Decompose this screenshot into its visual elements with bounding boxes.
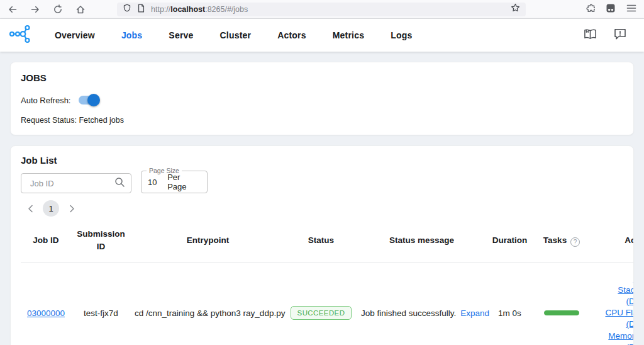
browser-toolbar: http://localhost:8265/#/jobs xyxy=(0,0,644,19)
reload-icon[interactable] xyxy=(53,4,63,14)
next-page-chevron-icon[interactable] xyxy=(64,200,80,217)
page-content: JOBS Auto Refresh: Request Status: Fetch… xyxy=(0,52,644,345)
ray-logo xyxy=(9,24,31,47)
prev-page-chevron-icon[interactable] xyxy=(22,200,38,217)
nav-tabs: Overview Jobs Serve Cluster Actors Metri… xyxy=(42,30,425,40)
header-actions: Actions xyxy=(590,219,634,263)
extensions-puzzle-icon[interactable] xyxy=(585,3,595,16)
tasks-progress-bar xyxy=(544,310,579,315)
nav-tab-serve[interactable]: Serve xyxy=(155,30,206,40)
nav-tab-cluster[interactable]: Cluster xyxy=(207,30,265,40)
auto-refresh-toggle[interactable] xyxy=(77,94,100,106)
job-table: Job ID Submission ID Entrypoint Status S… xyxy=(21,219,634,345)
shield-icon[interactable] xyxy=(123,4,131,15)
header-tasks: Tasks? xyxy=(533,219,590,263)
menu-hamburger-icon[interactable] xyxy=(626,4,636,15)
job-id-search-input[interactable] xyxy=(29,178,114,189)
status-message-text: Job finished successfully. xyxy=(361,308,456,318)
expand-link[interactable]: Expand xyxy=(460,308,489,318)
docs-book-icon[interactable] xyxy=(584,28,597,43)
entrypoint-cell: cd /cnn_training && python3 ray_ddp.py xyxy=(131,263,285,345)
actions-cell: Log Stack Trace (Driver) CPU Flame Graph… xyxy=(590,263,634,345)
header-status-message: Status message xyxy=(357,219,486,263)
feedback-icon[interactable] xyxy=(614,28,626,43)
page-icon[interactable] xyxy=(137,4,145,15)
bookmark-star-icon[interactable] xyxy=(511,3,520,15)
nav-tab-metrics[interactable]: Metrics xyxy=(319,30,377,40)
table-row: 03000000 test-fjx7d cd /cnn_training && … xyxy=(21,263,634,345)
header-duration: Duration xyxy=(486,219,533,263)
nav-tab-logs[interactable]: Logs xyxy=(377,30,425,40)
page-size-field[interactable]: Page Size 10 Per Page xyxy=(141,171,208,193)
url-text: http://localhost:8265/#/jobs xyxy=(151,5,248,14)
page-size-adornment: Per Page xyxy=(167,172,201,191)
submission-id-cell: test-fjx7d xyxy=(71,263,131,345)
auto-refresh-label: Auto Refresh: xyxy=(21,96,71,105)
nav-tab-jobs[interactable]: Jobs xyxy=(108,30,155,40)
header-status: Status xyxy=(285,219,357,263)
nav-tab-actors[interactable]: Actors xyxy=(264,30,319,40)
url-bar[interactable]: http://localhost:8265/#/jobs xyxy=(117,3,526,16)
table-header-row: Job ID Submission ID Entrypoint Status S… xyxy=(21,219,634,263)
request-status-text: Request Status: Fetched jobs xyxy=(21,116,623,125)
dashboard-nav: Overview Jobs Serve Cluster Actors Metri… xyxy=(0,19,644,52)
tasks-help-icon[interactable]: ? xyxy=(570,237,580,247)
job-list-panel: Job List Page Size 10 Per Page 1 xyxy=(10,145,634,345)
job-id-search-box[interactable] xyxy=(21,173,131,193)
jobs-panel: JOBS Auto Refresh: Request Status: Fetch… xyxy=(10,62,634,135)
back-icon[interactable] xyxy=(8,4,18,14)
pagination: 1 xyxy=(22,200,623,217)
job-list-title: Job List xyxy=(21,155,623,166)
page-size-value[interactable]: 10 xyxy=(148,178,167,187)
header-job-id: Job ID xyxy=(21,219,71,263)
header-submission-id: Submission ID xyxy=(71,219,131,263)
log-link[interactable]: Log xyxy=(605,273,634,285)
home-icon[interactable] xyxy=(75,4,86,14)
jobs-panel-title: JOBS xyxy=(21,72,623,83)
page-number-button[interactable]: 1 xyxy=(43,200,59,217)
tasks-progress-fill xyxy=(544,310,579,315)
job-id-link[interactable]: 03000000 xyxy=(27,308,65,318)
search-icon xyxy=(114,176,125,190)
toggle-thumb xyxy=(87,94,100,106)
forward-icon[interactable] xyxy=(30,4,40,14)
page-size-label: Page Size xyxy=(147,167,182,174)
nav-tab-overview[interactable]: Overview xyxy=(42,30,108,40)
cpu-flame-graph-link[interactable]: CPU Flame Graph (Driver) xyxy=(605,307,634,330)
status-badge: SUCCEEDED xyxy=(291,306,352,320)
stack-trace-link[interactable]: Stack Trace (Driver) xyxy=(605,285,634,307)
header-entrypoint: Entrypoint xyxy=(131,219,285,263)
memory-profiling-link[interactable]: Memory Profiling (Driver) xyxy=(605,331,634,345)
duration-cell: 1m 0s xyxy=(486,263,533,345)
container-profile-icon[interactable] xyxy=(606,3,616,16)
